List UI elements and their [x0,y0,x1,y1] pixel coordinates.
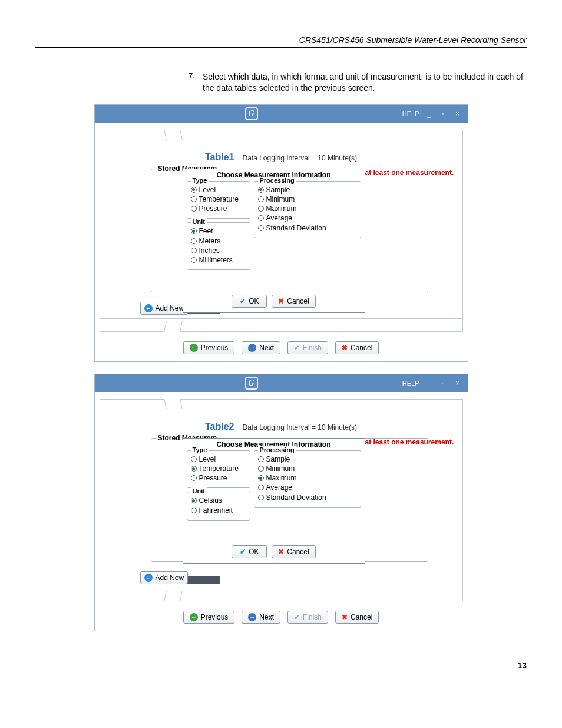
x-icon: ✖ [278,548,284,556]
radio-icon[interactable] [191,228,197,234]
radio-icon[interactable] [191,508,197,513]
radio-icon[interactable] [258,466,264,472]
table-name: Table1 [205,152,234,162]
maximize-icon[interactable]: ▫ [439,110,448,117]
unit-fieldset: UnitCelsiusFahrenheit [187,492,250,520]
radio-icon[interactable] [258,485,264,490]
radio-icon[interactable] [191,498,197,503]
type-option[interactable]: Pressure [191,473,246,483]
close-icon[interactable]: × [454,380,462,387]
radio-icon[interactable] [258,225,264,231]
processing-option[interactable]: Minimum [258,464,357,473]
wizard-cancel-button[interactable]: ✖Cancel [335,341,379,354]
minimize-icon[interactable]: _ [425,110,434,117]
lower-tab-frame [100,588,463,601]
processing-fieldset: ProcessingSampleMinimumMaximumAverageSta… [254,450,361,508]
step-text: Select which data, in which format and u… [203,71,527,94]
type-option[interactable]: Pressure [191,204,246,213]
ok-button[interactable]: ✔OK [232,295,267,308]
add-new-button[interactable]: +Add New [140,302,189,315]
interval-text: Data Logging Interval = 10 Minute(s) [243,423,357,431]
unit-option[interactable]: Millimeters [191,255,246,265]
unit-label: Inches [199,246,220,255]
panel-area: Table2Data Logging Interval = 10 Minute(… [100,411,462,588]
radio-icon[interactable] [191,187,197,193]
radio-icon[interactable] [258,187,264,193]
radio-icon[interactable] [258,456,264,462]
wizard-buttons: ←Previous→Next✔Finish✖Cancel [95,338,468,361]
check-icon: ✔ [294,344,300,352]
radio-icon[interactable] [258,206,264,212]
radio-icon[interactable] [191,248,197,253]
type-fieldset: TypeLevelTemperaturePressure [187,181,250,219]
processing-label: Maximum [266,473,297,483]
radio-icon[interactable] [191,238,197,244]
x-icon: ✖ [278,297,284,305]
processing-option[interactable]: Average [258,213,357,223]
radio-icon[interactable] [258,475,264,481]
minimize-icon[interactable]: _ [425,380,434,387]
ok-button[interactable]: ✔OK [232,545,267,558]
processing-option[interactable]: Maximum [258,204,357,213]
arrow-right-icon: → [248,344,256,352]
cancel-button[interactable]: ✖Cancel [272,545,315,558]
type-label: Pressure [199,473,227,483]
type-option[interactable]: Level [191,454,246,464]
processing-option[interactable]: Sample [258,454,357,464]
type-option[interactable]: Level [191,185,246,195]
next-button[interactable]: →Next [242,341,280,354]
radio-icon[interactable] [191,466,197,472]
radio-icon[interactable] [191,206,197,212]
radio-icon[interactable] [191,196,197,202]
radio-icon[interactable] [191,475,197,481]
processing-option[interactable]: Standard Deviation [258,493,357,502]
radio-icon[interactable] [191,257,197,263]
type-option[interactable]: Temperature [191,464,246,473]
unit-option[interactable]: Fahrenheit [191,506,246,515]
radio-icon[interactable] [191,456,197,462]
processing-label: Minimum [266,464,295,473]
previous-button-label: Previous [201,344,229,352]
measurement-info-dialog: Choose Measurement InformationTypeLevelT… [183,169,365,313]
radio-icon[interactable] [258,215,264,221]
add-new-button[interactable]: +Add New [140,571,189,584]
previous-button[interactable]: ←Previous [183,611,235,624]
radio-icon[interactable] [258,495,264,500]
app-window: GHELP_▫×Table2Data Logging Interval = 10… [94,374,468,631]
processing-label: Standard Deviation [266,493,326,502]
maximize-icon[interactable]: ▫ [439,380,448,387]
wizard-cancel-button[interactable]: ✖Cancel [335,611,379,624]
processing-legend: Processing [258,177,296,184]
x-icon: ✖ [342,613,348,621]
previous-button-label: Previous [201,613,229,621]
next-button[interactable]: →Next [242,611,280,624]
processing-legend: Processing [258,446,296,453]
titlebar: GHELP_▫× [95,374,468,392]
cancel-button[interactable]: ✖Cancel [272,295,315,308]
close-icon[interactable]: × [454,110,462,117]
processing-option[interactable]: Sample [258,185,357,195]
step-number: 7. [189,71,203,94]
table-name: Table2 [205,421,234,431]
unit-option[interactable]: Inches [191,246,246,255]
previous-button[interactable]: ←Previous [183,341,235,354]
wizard-cancel-button-label: Cancel [351,613,372,621]
processing-label: Sample [266,185,290,195]
app-window: GHELP_▫×Table1Data Logging Interval = 10… [94,104,468,362]
processing-option[interactable]: Standard Deviation [258,223,357,233]
help-link[interactable]: HELP [402,380,419,387]
page-number: 13 [35,661,527,670]
unit-option[interactable]: Feet [191,226,246,236]
unit-option[interactable]: Meters [191,236,246,246]
processing-option[interactable]: Maximum [258,473,357,483]
radio-icon[interactable] [258,196,264,202]
type-option[interactable]: Temperature [191,195,246,204]
processing-option[interactable]: Average [258,483,357,492]
unit-label: Meters [199,236,221,246]
panel-area: Table1Data Logging Interval = 10 Minute(… [100,141,462,318]
help-link[interactable]: HELP [402,110,419,117]
unit-option[interactable]: Celsius [191,496,246,505]
plus-icon: + [144,304,153,312]
processing-option[interactable]: Minimum [258,195,357,204]
processing-label: Minimum [266,195,295,204]
